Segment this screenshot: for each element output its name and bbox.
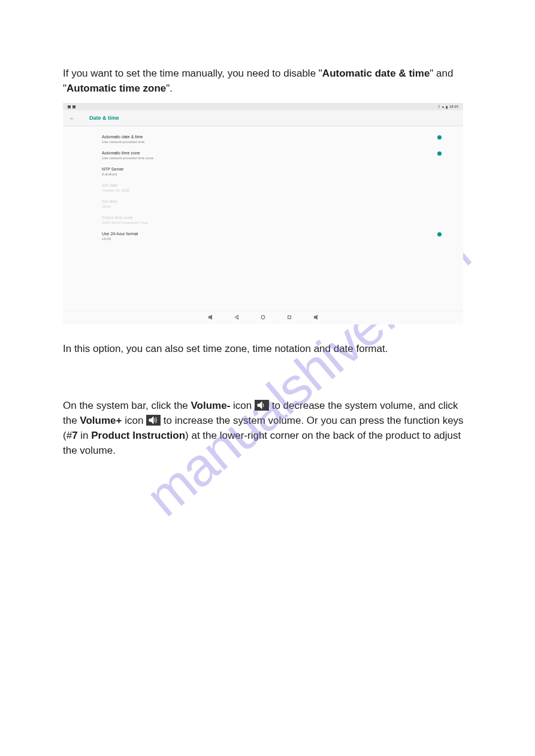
wifi-icon: ▾ [442,105,444,109]
intro-bold1: Automatic date & time [322,68,430,79]
settings-row-text: Automatic date & timeUse network-provide… [102,134,144,144]
volume-up-icon [146,415,161,426]
intro-seg1: If you want to set the time manually, yo… [63,68,322,79]
settings-row-sub: GMT+00:00 Greenwich Time [102,220,148,225]
settings-row[interactable]: Automatic time zoneUse network-provided … [102,147,445,163]
vol-seg: icon [230,400,255,411]
settings-row[interactable]: NTP Server2.android [102,163,445,180]
settings-row-title: Automatic time zone [102,150,153,156]
nav-volup-icon[interactable] [313,315,318,321]
followup-paragraph: In this option, you can also set time zo… [63,341,472,356]
battery-icon: ▮ [446,105,448,109]
svg-marker-0 [209,315,212,319]
intro-paragraph: If you want to set the time manually, yo… [63,66,472,96]
svg-rect-3 [288,316,291,319]
intro-bold2: Automatic time zone [67,83,166,94]
settings-row-title: Use 24-hour format [102,231,138,236]
bluetooth-icon: ᛒ [438,105,440,108]
intro-seg3: ". [166,83,173,94]
vol-seg: On the system bar, click the [63,400,191,411]
toggle-switch[interactable] [437,135,442,139]
nav-voldown-icon[interactable] [208,315,213,321]
status-bar-right: ᛒ ▾ ▮ 18:25 [438,105,458,109]
document-page: manualshive.com If you want to set the t… [0,0,535,756]
settings-screenshot: ᛒ ▾ ▮ 18:25 ← Date & time Automatic date… [63,103,463,324]
svg-marker-1 [235,315,238,319]
settings-row-text: Set time18:00 [102,199,117,209]
vol-key-num: 7 [72,430,77,441]
status-icon [68,105,71,108]
toggle-switch[interactable] [437,151,442,156]
screen-header: ← Date & time [63,110,463,126]
status-icon [72,105,75,108]
settings-row-sub: Use network-provided time [102,139,144,144]
status-bar-left [68,105,75,108]
vol-product-instruction: Product Instruction [91,430,185,441]
status-time: 18:25 [449,105,458,108]
settings-row-text: Select time zoneGMT+00:00 Greenwich Time [102,215,148,225]
settings-row-sub: October 15, 2020 [102,188,129,193]
settings-row-text: Use 24-hour format13:00 [102,231,138,241]
volume-down-icon [255,400,269,411]
vol-minus-label: Volume- [191,400,231,411]
settings-row-text: NTP Server2.android [102,166,123,177]
settings-row-title: Set time [102,199,117,204]
status-bar: ᛒ ▾ ▮ 18:25 [63,103,463,110]
settings-row-title: NTP Server [102,166,123,172]
vol-seg: icon [122,415,146,426]
nav-back-icon[interactable] [234,315,239,321]
settings-row-text: Automatic time zoneUse network-provided … [102,150,153,160]
svg-marker-4 [315,315,318,319]
settings-row-sub: Use network-provided time zone [102,156,153,160]
settings-row[interactable]: Use 24-hour format13:00 [102,228,445,244]
toggle-switch[interactable] [437,232,442,236]
system-nav-bar [63,311,463,324]
nav-home-icon[interactable] [261,315,265,321]
volume-paragraph: On the system bar, click the Volume- ico… [63,398,472,458]
settings-row-sub: 2.android [102,172,123,177]
settings-list: Automatic date & timeUse network-provide… [63,126,463,311]
screen-title: Date & time [89,115,119,121]
settings-row-text: Set dateOctober 15, 2020 [102,183,129,193]
settings-row-title: Automatic date & time [102,134,144,139]
settings-row-sub: 13:00 [102,236,138,241]
back-icon[interactable]: ← [69,115,75,122]
svg-marker-5 [258,402,262,409]
settings-row[interactable]: Set dateOctober 15, 2020 [102,180,445,196]
nav-recent-icon[interactable] [287,315,292,321]
settings-row[interactable]: Select time zoneGMT+00:00 Greenwich Time [102,212,445,228]
svg-marker-6 [149,417,153,424]
settings-row[interactable]: Automatic date & timeUse network-provide… [102,131,445,147]
settings-row-title: Set date [102,183,129,188]
vol-seg: in [78,430,92,441]
settings-row[interactable]: Set time18:00 [102,196,445,212]
settings-row-title: Select time zone [102,215,148,220]
svg-point-2 [261,315,265,319]
settings-row-sub: 18:00 [102,204,117,209]
vol-plus-label: Volume+ [80,415,122,426]
